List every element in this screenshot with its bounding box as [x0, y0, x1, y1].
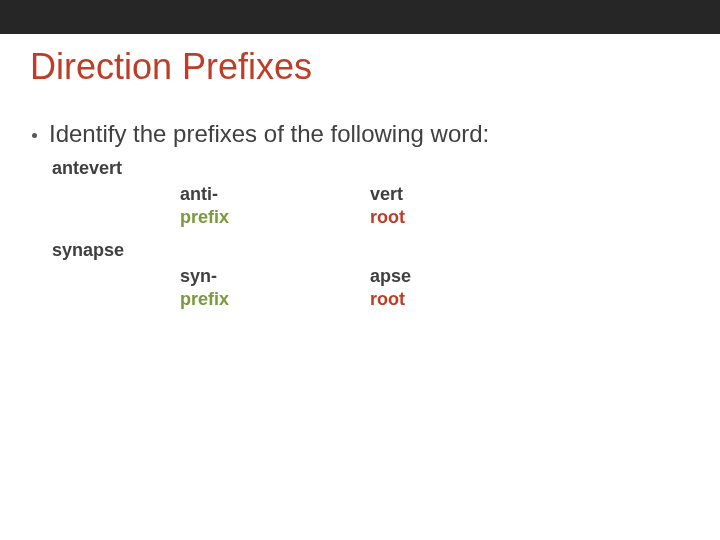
root-label: root — [370, 288, 560, 311]
prefix-part: syn- — [180, 265, 370, 288]
root-part: apse — [370, 265, 560, 288]
prefix-part: anti- — [180, 183, 370, 206]
slide-title: Direction Prefixes — [30, 46, 312, 88]
root-label: root — [370, 206, 560, 229]
word-label: antevert — [52, 158, 670, 179]
breakdown-prefix-col: syn- prefix — [180, 265, 370, 310]
breakdown-row: anti- prefix vert root — [180, 183, 670, 228]
bullet-line: Identify the prefixes of the following w… — [30, 120, 670, 148]
word-label: synapse — [52, 240, 670, 261]
prefix-label: prefix — [180, 288, 370, 311]
slide-body: Identify the prefixes of the following w… — [30, 120, 670, 322]
breakdown-root-col: vert root — [370, 183, 560, 228]
prefix-label: prefix — [180, 206, 370, 229]
slide: Direction Prefixes Identify the prefixes… — [0, 0, 720, 540]
bullet-text: Identify the prefixes of the following w… — [49, 120, 489, 148]
bullet-dot-icon — [32, 133, 37, 138]
breakdown-row: syn- prefix apse root — [180, 265, 670, 310]
root-part: vert — [370, 183, 560, 206]
top-stripe — [0, 0, 720, 34]
breakdown-prefix-col: anti- prefix — [180, 183, 370, 228]
breakdown-root-col: apse root — [370, 265, 560, 310]
